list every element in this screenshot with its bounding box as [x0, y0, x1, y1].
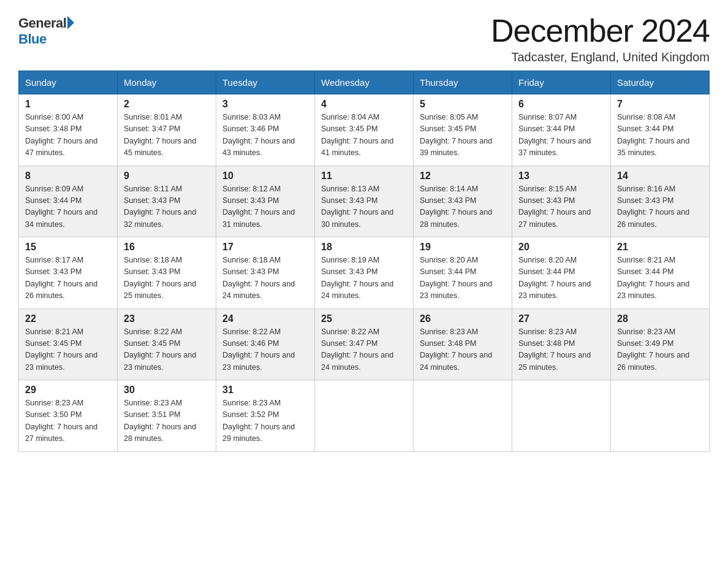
month-title: December 2024	[491, 12, 710, 49]
header-sunday: Sunday	[19, 71, 118, 94]
day-number: 17	[222, 242, 308, 253]
day-number: 18	[321, 242, 407, 253]
day-info: Sunrise: 8:05 AMSunset: 3:45 PMDaylight:…	[420, 112, 506, 159]
day-number: 2	[124, 99, 210, 110]
day-info: Sunrise: 8:20 AMSunset: 3:44 PMDaylight:…	[518, 255, 604, 302]
calendar-week-row: 1 Sunrise: 8:00 AMSunset: 3:48 PMDayligh…	[19, 94, 710, 166]
table-row: 31 Sunrise: 8:23 AMSunset: 3:52 PMDaylig…	[216, 380, 315, 452]
table-row: 1 Sunrise: 8:00 AMSunset: 3:48 PMDayligh…	[19, 94, 118, 166]
table-row: 21 Sunrise: 8:21 AMSunset: 3:44 PMDaylig…	[611, 237, 710, 309]
table-row: 23 Sunrise: 8:22 AMSunset: 3:45 PMDaylig…	[118, 308, 216, 380]
day-info: Sunrise: 8:01 AMSunset: 3:47 PMDaylight:…	[124, 112, 210, 159]
table-row	[414, 380, 512, 452]
table-row: 8 Sunrise: 8:09 AMSunset: 3:44 PMDayligh…	[19, 166, 118, 237]
day-info: Sunrise: 8:04 AMSunset: 3:45 PMDaylight:…	[321, 112, 407, 159]
table-row: 18 Sunrise: 8:19 AMSunset: 3:43 PMDaylig…	[315, 237, 414, 309]
day-number: 5	[420, 99, 506, 110]
day-number: 12	[420, 170, 506, 182]
table-row: 27 Sunrise: 8:23 AMSunset: 3:48 PMDaylig…	[512, 308, 611, 380]
day-number: 10	[222, 170, 308, 182]
day-number: 6	[518, 99, 604, 110]
day-number: 24	[222, 313, 308, 324]
day-number: 26	[420, 313, 506, 324]
day-number: 29	[25, 385, 111, 396]
table-row: 2 Sunrise: 8:01 AMSunset: 3:47 PMDayligh…	[118, 94, 216, 166]
day-number: 31	[222, 385, 308, 396]
header-tuesday: Tuesday	[216, 71, 315, 94]
day-number: 16	[124, 242, 210, 253]
header-friday: Friday	[512, 71, 611, 94]
day-info: Sunrise: 8:13 AMSunset: 3:43 PMDaylight:…	[321, 183, 407, 231]
table-row: 20 Sunrise: 8:20 AMSunset: 3:44 PMDaylig…	[512, 237, 611, 309]
day-number: 28	[617, 313, 703, 324]
header-saturday: Saturday	[611, 71, 710, 94]
table-row: 22 Sunrise: 8:21 AMSunset: 3:45 PMDaylig…	[19, 308, 118, 380]
table-row: 19 Sunrise: 8:20 AMSunset: 3:44 PMDaylig…	[414, 237, 512, 309]
day-info: Sunrise: 8:16 AMSunset: 3:43 PMDaylight:…	[617, 183, 703, 231]
header-wednesday: Wednesday	[315, 71, 414, 94]
day-number: 11	[321, 170, 407, 182]
day-number: 20	[518, 242, 604, 253]
header-thursday: Thursday	[414, 71, 512, 94]
table-row: 24 Sunrise: 8:22 AMSunset: 3:46 PMDaylig…	[216, 308, 315, 380]
day-info: Sunrise: 8:09 AMSunset: 3:44 PMDaylight:…	[25, 183, 111, 231]
table-row: 28 Sunrise: 8:23 AMSunset: 3:49 PMDaylig…	[611, 308, 710, 380]
day-info: Sunrise: 8:18 AMSunset: 3:43 PMDaylight:…	[124, 255, 210, 302]
table-row	[512, 380, 611, 452]
calendar-table: Sunday Monday Tuesday Wednesday Thursday…	[18, 71, 710, 452]
day-number: 30	[124, 385, 210, 396]
header-monday: Monday	[118, 71, 216, 94]
day-info: Sunrise: 8:15 AMSunset: 3:43 PMDaylight:…	[518, 183, 604, 231]
day-info: Sunrise: 8:14 AMSunset: 3:43 PMDaylight:…	[420, 183, 506, 231]
logo-blue-text: Blue	[18, 31, 47, 47]
day-info: Sunrise: 8:17 AMSunset: 3:43 PMDaylight:…	[25, 255, 111, 302]
table-row: 11 Sunrise: 8:13 AMSunset: 3:43 PMDaylig…	[315, 166, 414, 237]
day-number: 15	[25, 242, 111, 253]
logo-general-text: General	[18, 15, 66, 31]
day-number: 3	[222, 99, 308, 110]
day-info: Sunrise: 8:23 AMSunset: 3:49 PMDaylight:…	[617, 326, 703, 374]
day-number: 19	[420, 242, 506, 253]
day-info: Sunrise: 8:19 AMSunset: 3:43 PMDaylight:…	[321, 255, 407, 302]
calendar-week-row: 15 Sunrise: 8:17 AMSunset: 3:43 PMDaylig…	[19, 237, 710, 309]
day-info: Sunrise: 8:20 AMSunset: 3:44 PMDaylight:…	[420, 255, 506, 302]
logo-arrow-icon	[67, 16, 74, 29]
day-number: 13	[518, 170, 604, 182]
day-number: 25	[321, 313, 407, 324]
day-info: Sunrise: 8:08 AMSunset: 3:44 PMDaylight:…	[617, 112, 703, 159]
table-row: 5 Sunrise: 8:05 AMSunset: 3:45 PMDayligh…	[414, 94, 512, 166]
day-info: Sunrise: 8:21 AMSunset: 3:45 PMDaylight:…	[25, 326, 111, 374]
day-info: Sunrise: 8:23 AMSunset: 3:48 PMDaylight:…	[518, 326, 604, 374]
table-row	[611, 380, 710, 452]
table-row: 7 Sunrise: 8:08 AMSunset: 3:44 PMDayligh…	[611, 94, 710, 166]
day-info: Sunrise: 8:07 AMSunset: 3:44 PMDaylight:…	[518, 112, 604, 159]
day-info: Sunrise: 8:23 AMSunset: 3:50 PMDaylight:…	[25, 397, 111, 445]
table-row: 26 Sunrise: 8:23 AMSunset: 3:48 PMDaylig…	[414, 308, 512, 380]
day-info: Sunrise: 8:23 AMSunset: 3:52 PMDaylight:…	[222, 397, 308, 445]
day-info: Sunrise: 8:22 AMSunset: 3:46 PMDaylight:…	[222, 326, 308, 374]
table-row: 29 Sunrise: 8:23 AMSunset: 3:50 PMDaylig…	[19, 380, 118, 452]
day-info: Sunrise: 8:23 AMSunset: 3:48 PMDaylight:…	[420, 326, 506, 374]
table-row: 15 Sunrise: 8:17 AMSunset: 3:43 PMDaylig…	[19, 237, 118, 309]
day-number: 1	[25, 99, 111, 110]
table-row: 14 Sunrise: 8:16 AMSunset: 3:43 PMDaylig…	[611, 166, 710, 237]
table-row	[315, 380, 414, 452]
day-info: Sunrise: 8:18 AMSunset: 3:43 PMDaylight:…	[222, 255, 308, 302]
day-number: 23	[124, 313, 210, 324]
table-row: 13 Sunrise: 8:15 AMSunset: 3:43 PMDaylig…	[512, 166, 611, 237]
day-info: Sunrise: 8:22 AMSunset: 3:45 PMDaylight:…	[124, 326, 210, 374]
table-row: 30 Sunrise: 8:23 AMSunset: 3:51 PMDaylig…	[118, 380, 216, 452]
day-info: Sunrise: 8:11 AMSunset: 3:43 PMDaylight:…	[124, 183, 210, 231]
day-number: 27	[518, 313, 604, 324]
calendar-week-row: 8 Sunrise: 8:09 AMSunset: 3:44 PMDayligh…	[19, 166, 710, 237]
day-number: 7	[617, 99, 703, 110]
calendar-week-row: 22 Sunrise: 8:21 AMSunset: 3:45 PMDaylig…	[19, 308, 710, 380]
table-row: 9 Sunrise: 8:11 AMSunset: 3:43 PMDayligh…	[118, 166, 216, 237]
table-row: 17 Sunrise: 8:18 AMSunset: 3:43 PMDaylig…	[216, 237, 315, 309]
location-subtitle: Tadcaster, England, United Kingdom	[491, 50, 710, 64]
day-number: 9	[124, 170, 210, 182]
table-row: 12 Sunrise: 8:14 AMSunset: 3:43 PMDaylig…	[414, 166, 512, 237]
day-info: Sunrise: 8:22 AMSunset: 3:47 PMDaylight:…	[321, 326, 407, 374]
day-info: Sunrise: 8:00 AMSunset: 3:48 PMDaylight:…	[25, 112, 111, 159]
table-row: 6 Sunrise: 8:07 AMSunset: 3:44 PMDayligh…	[512, 94, 611, 166]
